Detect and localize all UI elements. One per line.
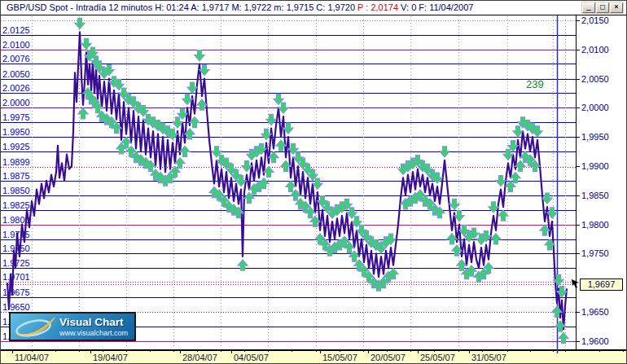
y-axis-label-left: 1.9701 [2,272,30,282]
visual-chart-logo: Visual Chart www.visualchart.com [9,312,136,341]
y-axis-label-right: 2,0150 [581,15,609,25]
title-segment-p-value: P : 2,0174 [357,2,398,12]
chart-plot-area[interactable] [1,15,576,349]
close-button[interactable]: × [610,2,623,13]
y-axis-label-right: 1,9900 [581,161,609,171]
y-axis-label-left: 1.9725 [2,258,30,268]
y-axis-label-left: 2.0125 [2,25,30,35]
y-axis-label-left: 1.9950 [2,127,30,137]
title-segment-volume-date: V: 0 F: 11/04/2007 [398,2,473,12]
y-axis-label-right: 1,9800 [581,220,609,230]
y-axis-label-left: 1.9800 [2,215,30,225]
y-axis-label-right: 1,9750 [581,248,609,258]
y-axis-label-right: 2,0100 [581,45,609,55]
y-axis-label-left: 2.0100 [2,40,30,50]
x-axis-date-label: 04/05/07 [234,353,269,362]
logo-title: Visual Chart [59,316,124,328]
y-axis-label-left: 1.9825 [2,200,30,210]
x-axis-date-label: 19/04/07 [93,353,128,362]
y-axis-label-right: 1,9650 [581,307,609,317]
y-axis-label-left: 1.9775 [2,230,30,239]
y-axis-label-right: 2,0000 [581,103,609,112]
y-axis-label-left: 1.9899 [2,157,30,167]
minimize-button[interactable]: _ [582,2,595,13]
y-axis-label-left: 1.9750 [2,243,30,253]
x-axis-date-label: 31/05/07 [471,353,506,362]
y-axis-label-left: 2.0000 [2,98,30,107]
y-axis-label-right: 1,9600 [581,336,609,346]
x-axis-date-label: 28/04/07 [182,353,217,362]
axis-cursor-icon [572,279,580,289]
x-axis-date-label: 25/05/07 [420,353,455,362]
y-axis-label-left: 1.9850 [2,186,30,195]
title-bar[interactable]: GBP/USD Spot - Intradía 12 minutos H: 01… [1,1,627,15]
logo-url[interactable]: www.visualchart.com [59,329,128,337]
bar-count-label: 239 [526,78,544,90]
y-axis-label-right: 1,9850 [581,191,609,200]
x-axis-date-label: 15/05/07 [322,353,357,362]
y-axis-label-left: 1.9925 [2,142,30,151]
y-axis-label-left: 1.9975 [2,112,30,122]
y-axis-label-right: 2,0050 [581,74,609,84]
y-axis-label-left: 1.9875 [2,171,30,181]
x-axis-date-label: 20/05/07 [370,353,406,362]
y-axis-label-left: 1.9675 [2,287,30,297]
current-price-marker: 1,9697 [580,278,623,291]
title-text: GBP/USD Spot - Intradía 12 minutos H: 01… [7,2,473,12]
price-axis[interactable] [576,15,627,349]
y-axis-label-left: 2.0076 [2,54,30,64]
x-axis-date-label: 11/04/07 [15,353,49,362]
swoosh-icon [12,314,59,339]
window-controls: _ □ × [581,2,624,14]
y-axis-label-right: 1,9950 [581,132,609,142]
visual-chart-window: GBP/USD Spot - Intradía 12 minutos H: 01… [0,0,627,364]
y-axis-label-left: 2.0050 [2,69,30,79]
y-axis-label-left: 2.0026 [2,83,30,93]
restore-button[interactable]: □ [596,2,609,13]
y-axis-label-left: 1.9650 [2,302,30,312]
title-segment-quote: GBP/USD Spot - Intradía 12 minutos H: 01… [7,2,357,12]
